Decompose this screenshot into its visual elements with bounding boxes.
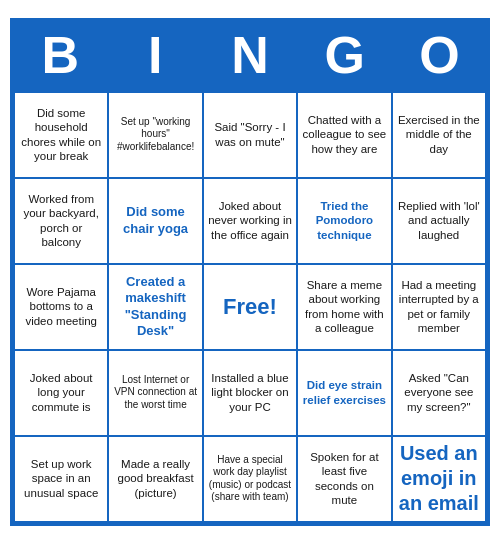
bingo-cell-0[interactable]: Did some household chores while on your … xyxy=(15,93,107,177)
bingo-cell-13[interactable]: Share a meme about working from home wit… xyxy=(298,265,390,349)
letter-n: N xyxy=(203,21,298,90)
letter-g: G xyxy=(297,21,392,90)
letter-b: B xyxy=(13,21,108,90)
bingo-cell-1[interactable]: Set up "working hours" #worklifebalance! xyxy=(109,93,201,177)
bingo-cell-14[interactable]: Had a meeting interrupted by a pet or fa… xyxy=(393,265,485,349)
bingo-grid: Did some household chores while on your … xyxy=(13,91,487,523)
bingo-cell-18[interactable]: Did eye strain relief exercises xyxy=(298,351,390,435)
bingo-cell-11[interactable]: Created a makeshift "Standing Desk" xyxy=(109,265,201,349)
bingo-cell-10[interactable]: Wore Pajama bottoms to a video meeting xyxy=(15,265,107,349)
bingo-cell-2[interactable]: Said "Sorry - I was on mute" xyxy=(204,93,296,177)
bingo-cell-20[interactable]: Set up work space in an unusual space xyxy=(15,437,107,521)
bingo-cell-23[interactable]: Spoken for at least five seconds on mute xyxy=(298,437,390,521)
bingo-cell-17[interactable]: Installed a blue light blocker on your P… xyxy=(204,351,296,435)
bingo-cell-6[interactable]: Did some chair yoga xyxy=(109,179,201,263)
bingo-cell-9[interactable]: Replied with 'lol' and actually laughed xyxy=(393,179,485,263)
bingo-cell-21[interactable]: Made a really good breakfast (picture) xyxy=(109,437,201,521)
letter-i: I xyxy=(108,21,203,90)
bingo-cell-22[interactable]: Have a special work day playlist (music)… xyxy=(204,437,296,521)
bingo-cell-8[interactable]: Tried the Pomodoro technique xyxy=(298,179,390,263)
bingo-card: B I N G O Did some household chores whil… xyxy=(10,18,490,525)
bingo-cell-19[interactable]: Asked "Can everyone see my screen?" xyxy=(393,351,485,435)
letter-o: O xyxy=(392,21,487,90)
bingo-cell-12[interactable]: Free! xyxy=(204,265,296,349)
bingo-header: B I N G O xyxy=(13,21,487,90)
bingo-cell-3[interactable]: Chatted with a colleague to see how they… xyxy=(298,93,390,177)
bingo-cell-15[interactable]: Joked about long your commute is xyxy=(15,351,107,435)
bingo-cell-16[interactable]: Lost Internet or VPN connection at the w… xyxy=(109,351,201,435)
bingo-cell-7[interactable]: Joked about never working in the office … xyxy=(204,179,296,263)
bingo-cell-5[interactable]: Worked from your backyard, porch or balc… xyxy=(15,179,107,263)
bingo-cell-24[interactable]: Used an emoji in an email xyxy=(393,437,485,521)
bingo-cell-4[interactable]: Exercised in the middle of the day xyxy=(393,93,485,177)
